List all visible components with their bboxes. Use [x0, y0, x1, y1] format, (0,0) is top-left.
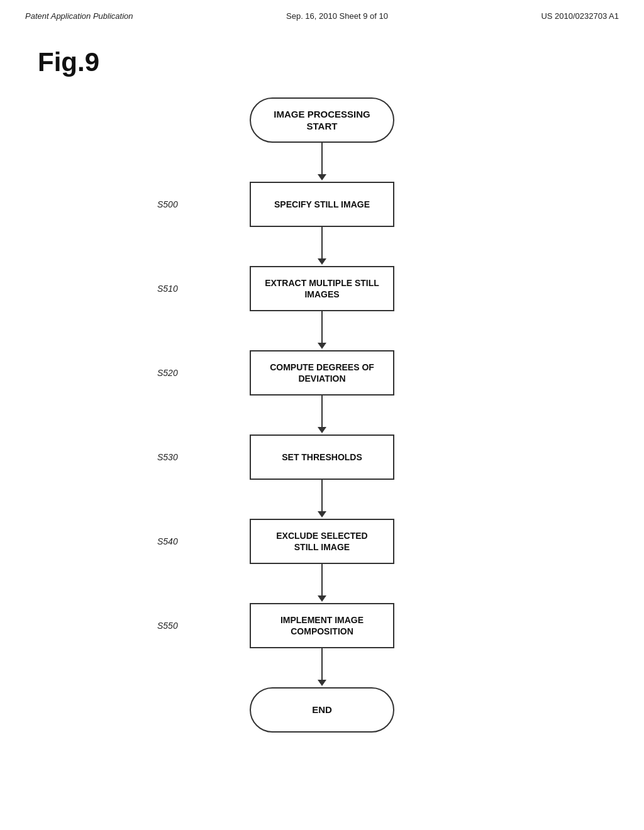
- connector-6: [321, 564, 323, 595]
- s500-row: S500 SPECIFY STILL IMAGE: [0, 182, 644, 227]
- connector-1: [321, 143, 323, 174]
- step-label-s530: S530: [157, 452, 178, 462]
- s550-node: IMPLEMENT IMAGE COMPOSITION: [250, 603, 394, 648]
- step-label-s510: S510: [157, 284, 178, 294]
- connector-2: [321, 227, 323, 258]
- arrow-3: [318, 343, 326, 349]
- header-left: Patent Application Publication: [25, 11, 133, 21]
- figure-label: Fig.9: [38, 47, 99, 77]
- step-label-s500: S500: [157, 199, 178, 209]
- page-header: Patent Application Publication Sep. 16, …: [0, 0, 644, 27]
- connector-7: [321, 648, 323, 680]
- arrow-5: [318, 511, 326, 517]
- s550-row: S550 IMPLEMENT IMAGE COMPOSITION: [0, 603, 644, 648]
- arrow-2: [318, 258, 326, 265]
- start-node: IMAGE PROCESSING START: [250, 97, 394, 143]
- start-row: IMAGE PROCESSING START: [0, 97, 644, 143]
- arrow-6: [318, 595, 326, 602]
- s520-node: COMPUTE DEGREES OF DEVIATION: [250, 350, 394, 396]
- end-row: END: [0, 687, 644, 733]
- connector-3: [321, 311, 323, 343]
- s510-row: S510 EXTRACT MULTIPLE STILL IMAGES: [0, 266, 644, 311]
- connector-5: [321, 480, 323, 511]
- arrow-7: [318, 680, 326, 686]
- s530-node: SET THRESHOLDS: [250, 434, 394, 480]
- s500-node: SPECIFY STILL IMAGE: [250, 182, 394, 227]
- s540-node: EXCLUDE SELECTED STILL IMAGE: [250, 519, 394, 564]
- step-label-s520: S520: [157, 368, 178, 378]
- s530-row: S530 SET THRESHOLDS: [0, 434, 644, 480]
- connector-4: [321, 396, 323, 427]
- s520-row: S520 COMPUTE DEGREES OF DEVIATION: [0, 350, 644, 396]
- step-label-s540: S540: [157, 536, 178, 546]
- end-node: END: [250, 687, 394, 733]
- header-center: Sep. 16, 2010 Sheet 9 of 10: [286, 11, 388, 21]
- step-label-s550: S550: [157, 621, 178, 631]
- s540-row: S540 EXCLUDE SELECTED STILL IMAGE: [0, 519, 644, 564]
- arrow-1: [318, 174, 326, 180]
- s510-node: EXTRACT MULTIPLE STILL IMAGES: [250, 266, 394, 311]
- flowchart: IMAGE PROCESSING START S500 SPECIFY STIL…: [0, 97, 644, 733]
- header-right: US 2010/0232703 A1: [541, 11, 619, 21]
- arrow-4: [318, 427, 326, 433]
